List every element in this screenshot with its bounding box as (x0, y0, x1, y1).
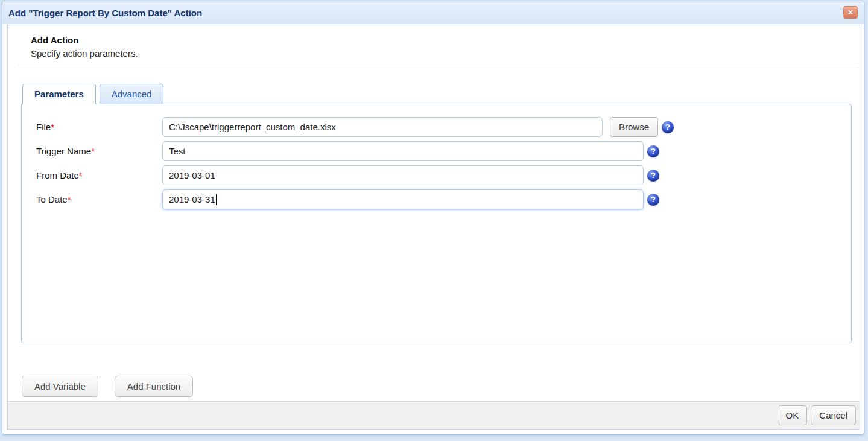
add-action-dialog: Add "Trigger Report By Custom Date" Acti… (2, 1, 864, 435)
to-date-label: To Date* (36, 194, 162, 205)
help-icon[interactable]: ? (647, 194, 659, 206)
from-date-label: From Date* (36, 170, 162, 180)
trigger-name-input[interactable] (162, 141, 644, 161)
add-function-button[interactable]: Add Function (115, 376, 193, 397)
from-date-input-wrap (162, 165, 644, 185)
to-date-input[interactable] (162, 189, 644, 209)
dialog-content: Add Action Specify action parameters. Pa… (7, 25, 860, 430)
header-divider (19, 65, 858, 65)
cancel-button[interactable]: Cancel (811, 405, 856, 425)
trigger-name-input-wrap (162, 141, 644, 161)
from-date-label-text: From Date (36, 170, 79, 180)
help-icon[interactable]: ? (647, 170, 659, 182)
wizard-subtitle: Specify action parameters. (31, 48, 860, 59)
trigger-name-label: Trigger Name* (36, 146, 162, 156)
dialog-titlebar: Add "Trigger Report By Custom Date" Acti… (2, 1, 864, 24)
help-icon[interactable]: ? (647, 145, 659, 157)
parameters-panel: File* Browse ? Trigger Name* ? From Date… (21, 104, 852, 343)
file-label-text: File (36, 122, 51, 132)
ok-button[interactable]: OK (778, 405, 808, 425)
required-asterisk: * (91, 146, 95, 156)
required-asterisk: * (51, 122, 54, 132)
browse-button[interactable]: Browse (610, 117, 658, 137)
add-variable-button[interactable]: Add Variable (22, 376, 98, 397)
required-asterisk: * (68, 194, 71, 205)
wizard-header: Add Action Specify action parameters. (8, 25, 860, 59)
to-date-input-wrap (162, 189, 644, 209)
tab-advanced[interactable]: Advanced (100, 84, 164, 104)
required-asterisk: * (79, 170, 83, 180)
dialog-title: Add "Trigger Report By Custom Date" Acti… (8, 8, 202, 18)
text-caret (216, 194, 217, 205)
action-buttons: Add Variable Add Function (22, 376, 860, 397)
file-input-wrap (162, 117, 603, 137)
close-icon: ✕ (847, 9, 854, 16)
file-label: File* (36, 122, 162, 132)
file-input[interactable] (162, 117, 603, 137)
close-button[interactable]: ✕ (843, 6, 858, 19)
dialog-footer: OK Cancel (8, 401, 860, 429)
wizard-title: Add Action (31, 35, 860, 45)
form-row-file: File* Browse ? (36, 117, 851, 137)
tab-bar: Parameters Advanced (22, 84, 860, 104)
form-row-from-date: From Date* ? (36, 165, 851, 185)
form-row-trigger-name: Trigger Name* ? (36, 141, 851, 161)
to-date-label-text: To Date (36, 194, 68, 205)
trigger-name-label-text: Trigger Name (36, 146, 91, 156)
from-date-input[interactable] (162, 165, 644, 185)
help-icon[interactable]: ? (662, 121, 674, 133)
form-row-to-date: To Date* ? (36, 189, 851, 209)
tab-parameters[interactable]: Parameters (22, 84, 96, 104)
